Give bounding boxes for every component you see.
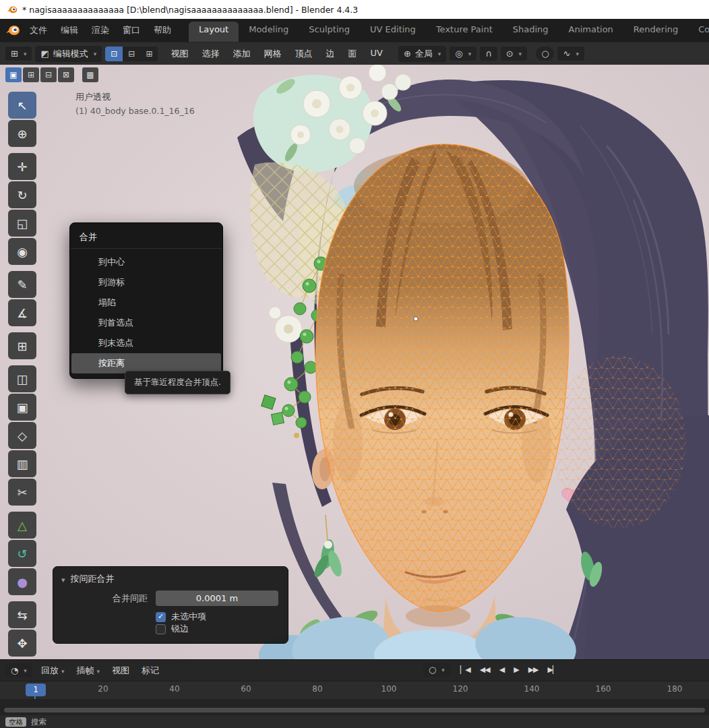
workspace-tabs: LayoutModelingSculptingUV EditingTexture… bbox=[189, 19, 709, 42]
viewport-menu[interactable]: 网格 bbox=[257, 44, 288, 63]
checkbox[interactable] bbox=[156, 612, 166, 622]
viewport-menu[interactable]: 视图 bbox=[164, 44, 195, 63]
prev-keyframe-button[interactable]: ◀◀ bbox=[476, 663, 493, 676]
tool-shrink-fatten[interactable]: ✥ bbox=[8, 630, 36, 657]
play-reverse-button[interactable]: ◀ bbox=[496, 663, 507, 676]
viewport-menu[interactable]: 选择 bbox=[195, 44, 226, 63]
merge-context-menu: 合并 到中心到游标塌陷到首选点到末选点按距离 bbox=[69, 222, 223, 379]
active-object-label: (1) 40_body base.0.1_16_16 bbox=[75, 104, 195, 118]
tool-rotate[interactable]: ↻ bbox=[8, 181, 36, 208]
merge-menu-item[interactable]: 到游标 bbox=[71, 272, 221, 293]
tool-transform[interactable]: ◉ bbox=[8, 238, 36, 265]
magnet-icon: ∩ bbox=[485, 49, 492, 59]
merge-menu-item[interactable]: 到中心 bbox=[71, 252, 221, 272]
timeline-header: ◔ 回放插帧视图标记 ○ ▏◀◀◀◀▶▶▶▶▏ bbox=[0, 659, 709, 681]
next-keyframe-button[interactable]: ▶▶ bbox=[525, 663, 542, 676]
select-mode-extend-button[interactable]: ⊞ bbox=[23, 67, 39, 82]
workspace-tab[interactable]: Layout bbox=[189, 22, 239, 42]
playback-sync-dropdown[interactable]: ○ bbox=[423, 663, 450, 677]
tool-move[interactable]: ✛ bbox=[8, 153, 36, 180]
mode-dropdown[interactable]: ◩ 编辑模式 bbox=[35, 46, 102, 62]
tool-cursor[interactable]: ⊕ bbox=[8, 120, 36, 147]
play-button[interactable]: ▶ bbox=[510, 663, 522, 676]
tool-spin[interactable]: ↺ bbox=[8, 540, 36, 567]
tool-inset-faces[interactable]: ▣ bbox=[8, 394, 36, 421]
timeline-menu[interactable]: 标记 bbox=[135, 661, 165, 680]
viewport-menu[interactable]: 边 bbox=[319, 44, 341, 63]
select-mode-intersect-button[interactable]: ▩ bbox=[82, 67, 98, 82]
workspace-tab[interactable]: Animation bbox=[559, 19, 623, 42]
select-mode-difference-button[interactable]: ⊠ bbox=[58, 67, 74, 82]
falloff-dropdown[interactable]: ∿ bbox=[557, 47, 584, 61]
workspace-tab[interactable]: Compositing bbox=[688, 19, 709, 42]
timeline-menu[interactable]: 插帧 bbox=[70, 661, 106, 680]
select-mode-subtract-button[interactable]: ⊟ bbox=[40, 67, 57, 82]
tool-knife[interactable]: ✂ bbox=[8, 479, 36, 506]
tool-annotate[interactable]: ✎ bbox=[8, 271, 36, 298]
main-menu-item[interactable]: 窗口 bbox=[116, 21, 147, 40]
tool-bevel[interactable]: ◇ bbox=[8, 422, 36, 449]
timeline-editor-type-button[interactable]: ◔ bbox=[5, 663, 32, 677]
workspace-tab[interactable]: Sculpting bbox=[299, 19, 360, 42]
jump-to-end-button[interactable]: ▶▏ bbox=[545, 663, 561, 676]
status-hint: 搜索 bbox=[31, 717, 47, 727]
orientation-dropdown[interactable]: ⊕ 全局 bbox=[398, 46, 446, 62]
window-titlebar: * nagisaaaaaaaaaaaaaa [D:\blend\nagisaaa… bbox=[0, 0, 709, 19]
operator-panel-header[interactable]: 按间距合并 bbox=[53, 567, 288, 589]
timeline-ruler[interactable]: 20406080100120140160180 1 bbox=[0, 681, 709, 715]
select-mode-set-button[interactable]: ▣ bbox=[5, 67, 22, 82]
main-menu-item[interactable]: 编辑 bbox=[54, 21, 85, 40]
frame-number: 40 bbox=[139, 684, 210, 694]
timeline-menu[interactable]: 视图 bbox=[106, 661, 135, 680]
vertex-select-mode-button[interactable]: ⊡ bbox=[105, 47, 123, 61]
tool-extrude-region[interactable]: ◫ bbox=[8, 365, 36, 392]
snap-settings-dropdown[interactable]: ⊙ bbox=[501, 47, 527, 61]
editor-type-icon: ⊞ bbox=[11, 49, 18, 59]
checkbox[interactable] bbox=[156, 624, 166, 634]
tool-edge-slide[interactable]: ⇆ bbox=[8, 601, 36, 628]
blender-logo[interactable] bbox=[5, 25, 20, 36]
merge-distance-field[interactable]: 0.0001 m bbox=[156, 590, 278, 606]
checkbox-label: 未选中项 bbox=[171, 611, 206, 623]
edge-select-mode-button[interactable]: ⊟ bbox=[123, 47, 140, 61]
editor-type-button[interactable]: ⊞ bbox=[5, 47, 32, 61]
operator-option-row[interactable]: 锐边 bbox=[156, 623, 278, 635]
timeline-menu[interactable]: 回放 bbox=[35, 661, 71, 680]
merge-menu-item[interactable]: 到末选点 bbox=[71, 333, 221, 353]
viewport-menu[interactable]: 添加 bbox=[226, 44, 257, 63]
workspace-tab[interactable]: UV Editing bbox=[360, 19, 426, 42]
main-menu-item[interactable]: 帮助 bbox=[147, 21, 178, 40]
merge-menu-item[interactable]: 塌陷 bbox=[71, 293, 221, 313]
snap-toggle[interactable]: ∩ bbox=[480, 47, 497, 61]
viewport-menu[interactable]: UV bbox=[363, 44, 389, 63]
main-menu-item[interactable]: 渲染 bbox=[85, 21, 116, 40]
timeline-track[interactable] bbox=[0, 699, 709, 715]
proportional-edit-toggle[interactable]: ○ bbox=[536, 47, 554, 61]
workspace-tab[interactable]: Texture Paint bbox=[426, 19, 503, 42]
viewport-menu[interactable]: 面 bbox=[341, 44, 363, 63]
viewport-menu[interactable]: 顶点 bbox=[288, 44, 319, 63]
workspace-tab[interactable]: Modeling bbox=[239, 19, 299, 42]
tool-smooth[interactable]: ● bbox=[8, 568, 36, 595]
tool-loop-cut[interactable]: ▥ bbox=[8, 450, 36, 477]
current-frame-badge[interactable]: 1 bbox=[26, 684, 46, 696]
tool-options-row: ▣⊞⊟⊠▩ bbox=[5, 67, 98, 82]
tool-measure[interactable]: ∡ bbox=[8, 299, 36, 326]
main-menu-item[interactable]: 文件 bbox=[23, 21, 54, 40]
viewport-toolbar: ↖⊕✛↻◱◉✎∡⊞◫▣◇▥✂△↺●⇆✥ bbox=[8, 92, 36, 657]
operator-options: 未选中项 锐边 bbox=[63, 611, 278, 635]
frame-numbers: 20406080100120140160180 bbox=[67, 684, 709, 694]
tool-scale[interactable]: ◱ bbox=[8, 210, 36, 237]
main-menus: 文件编辑渲染窗口帮助 bbox=[23, 21, 178, 40]
jump-to-start-button[interactable]: ▏◀ bbox=[457, 663, 474, 676]
tool-poly-build[interactable]: △ bbox=[8, 512, 36, 539]
workspace-tab[interactable]: Shading bbox=[503, 19, 559, 42]
face-select-mode-button[interactable]: ⊞ bbox=[140, 47, 158, 61]
horizontal-scrollbar[interactable] bbox=[4, 708, 705, 712]
tool-tweak-select[interactable]: ↖ bbox=[8, 92, 36, 119]
merge-menu-item[interactable]: 到首选点 bbox=[71, 313, 221, 333]
tool-add-cube[interactable]: ⊞ bbox=[8, 332, 36, 359]
pivot-dropdown[interactable]: ◎ bbox=[450, 47, 476, 61]
operator-option-row[interactable]: 未选中项 bbox=[156, 611, 278, 623]
workspace-tab[interactable]: Rendering bbox=[623, 19, 688, 42]
